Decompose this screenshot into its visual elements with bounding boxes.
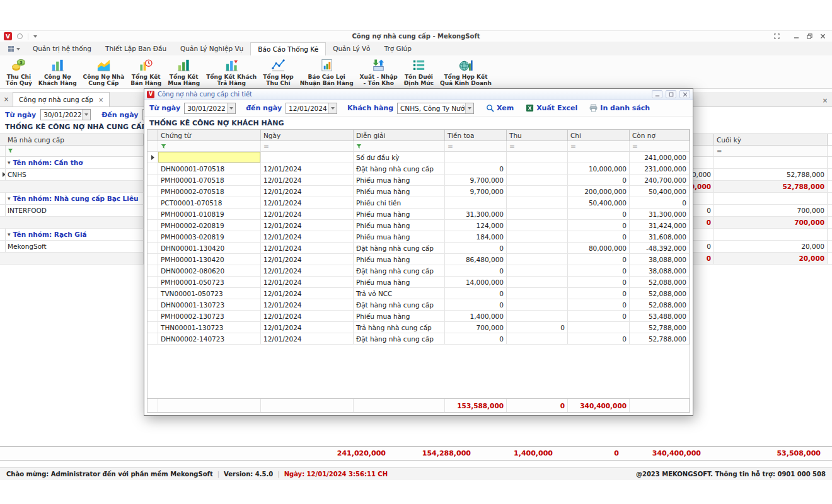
ribbon-tool[interactable]: Tổng KếtMua Hàng xyxy=(165,57,203,86)
ribbon-tab-3[interactable]: Quản Lý Nghiệp Vụ xyxy=(173,42,250,55)
filter-cell-1[interactable] xyxy=(158,141,261,151)
panel-close-button[interactable]: × xyxy=(818,97,832,106)
xem-button[interactable]: Xem xyxy=(486,104,514,112)
filter-eq-cuoi-ky[interactable]: = xyxy=(714,146,828,156)
tu-ngay-label: Từ ngày xyxy=(5,111,36,119)
filter-cell-7[interactable]: = xyxy=(630,141,690,151)
tab-close-icon[interactable]: × xyxy=(98,96,103,103)
column-header-2[interactable]: Ngày xyxy=(261,130,354,140)
cell: DHN00001-070518 xyxy=(158,163,261,174)
dropdown-caret-icon[interactable] xyxy=(328,103,337,113)
column-header-ma-ncc[interactable]: Mã nhà cung cấp xyxy=(5,134,144,145)
quick-access-circle-icon[interactable] xyxy=(17,33,23,39)
table-row[interactable]: DHN00001-13042012/01/2024Đặt hàng nhà cu… xyxy=(147,243,690,254)
filter-cell-2[interactable]: = xyxy=(261,141,354,151)
table-row[interactable]: TVN00001-05072312/01/2024Trả vỏ NCC0052,… xyxy=(147,288,690,299)
totals-cell-3 xyxy=(354,399,445,412)
table-row[interactable]: PMH00001-07051812/01/2024Phiếu mua hàng9… xyxy=(147,175,690,186)
xuat-excel-button[interactable]: Xuất Excel xyxy=(526,104,577,112)
dropdown-caret-icon[interactable] xyxy=(82,110,90,120)
in-danh-sach-button[interactable]: In danh sách xyxy=(589,104,650,112)
cell: 700,000 xyxy=(445,322,507,333)
dialog-tu-ngay-combo[interactable]: 30/01/2022 xyxy=(184,103,236,114)
tab-cong-no-nha-cung-cap[interactable]: Công nợ nhà cung cấp × xyxy=(13,92,110,106)
ribbon-tab-1[interactable]: Quản trị hệ thống xyxy=(26,42,98,55)
tu-ngay-combo[interactable]: 30/01/2022 xyxy=(40,109,91,120)
ribbon-tool[interactable]: Tổng HợpThu Chi xyxy=(260,57,296,86)
cell xyxy=(507,265,568,276)
ribbon-tool[interactable]: Tổng Hợp KếtQuả Kinh Doanh xyxy=(437,57,495,86)
table-row[interactable]: PMH00001-05072312/01/2024Phiếu mua hàng1… xyxy=(147,277,690,288)
ribbon-tab-6[interactable]: Trợ Giúp xyxy=(378,42,419,55)
close-all-tabs-button[interactable]: × xyxy=(0,92,13,106)
dialog-minimize-button[interactable] xyxy=(652,90,662,98)
ribbon-tool[interactable]: Công Nợ NhàCung Cấp xyxy=(80,57,128,86)
column-header-3[interactable]: Diễn giải xyxy=(354,130,445,140)
ribbon-tool[interactable]: Công NợKhách Hàng xyxy=(35,57,80,86)
table-row[interactable]: PCT00001-07051812/01/2024Phiếu chi tiền5… xyxy=(147,197,690,209)
table-row[interactable]: PMH00003-02081912/01/2024Phiếu mua hàng1… xyxy=(147,231,690,243)
ribbon-tool[interactable]: Báo Cáo LợiNhuận Bán Hàng xyxy=(297,57,357,86)
ribbon-tab-2[interactable]: Thiết Lập Ban Đầu xyxy=(98,42,173,55)
cell: PMH00002-130723 xyxy=(158,311,261,321)
filter-cell-5[interactable]: = xyxy=(507,141,568,151)
table-row[interactable]: PMH00001-13042012/01/2024Phiếu mua hàng8… xyxy=(147,254,690,265)
minimize-button[interactable] xyxy=(790,32,802,41)
dropdown-caret-icon[interactable] xyxy=(465,103,473,113)
column-header-5[interactable]: Thu xyxy=(507,130,568,140)
quick-access-caret-icon[interactable] xyxy=(33,35,37,38)
ribbon-toolbar: $Thu ChiTồn QuỹCông NợKhách HàngCông Nợ … xyxy=(0,55,832,89)
column-header-6[interactable]: Chi xyxy=(568,130,630,140)
table-row[interactable]: DHN00002-14072312/01/2024Đặt hàng nhà cu… xyxy=(147,333,690,345)
ribbon-tool[interactable]: Xuất - Nhập- Tồn Kho xyxy=(357,57,401,86)
cell: 31,300,000 xyxy=(445,209,507,219)
globe-chart-icon xyxy=(458,58,473,72)
cell: 9,700,000 xyxy=(445,186,507,197)
close-button[interactable] xyxy=(817,32,828,41)
column-header-1[interactable]: Chứng từ xyxy=(158,130,261,140)
filter-cell-3[interactable] xyxy=(354,141,445,151)
table-row[interactable]: PMH00002-02081912/01/2024Phiếu mua hàng1… xyxy=(147,220,690,231)
cuoi-ky-cell xyxy=(714,229,828,240)
dropdown-caret-icon[interactable] xyxy=(227,103,235,113)
expander-icon[interactable]: ▾ xyxy=(8,159,11,166)
table-row[interactable]: DHN00001-13072312/01/2024Đặt hàng nhà cu… xyxy=(147,299,690,311)
khach-hang-combo[interactable]: CNHS, Công Ty Nước ... xyxy=(397,103,474,114)
table-row[interactable]: THN00001-13072312/01/2024Trả hàng nhà cu… xyxy=(147,322,690,333)
ribbon-menu-button[interactable] xyxy=(3,42,26,55)
ribbon-tool[interactable]: Tổng KếtBán Hàng xyxy=(127,57,165,86)
column-header-7[interactable]: Còn nợ xyxy=(630,130,690,140)
table-row[interactable]: PMH00002-07051812/01/2024Phiếu mua hàng9… xyxy=(147,186,690,197)
filter-cell-4[interactable]: = xyxy=(445,141,507,151)
dialog-close-button[interactable] xyxy=(679,90,690,98)
tool-label: Công Nợ NhàCung Cấp xyxy=(83,74,125,86)
cell: 0 xyxy=(445,299,507,310)
restore-button[interactable] xyxy=(804,32,815,41)
cell: PMH00002-020819 xyxy=(158,220,261,231)
table-row[interactable]: PMH00002-13072312/01/2024Phiếu mua hàng1… xyxy=(147,311,690,322)
cell: PCT00001-070518 xyxy=(158,197,261,208)
table-row[interactable]: PMH00001-01081912/01/2024Phiếu mua hàng3… xyxy=(147,209,690,220)
cell: DHN00002-140723 xyxy=(158,333,261,344)
dialog-titlebar[interactable]: V Công nợ nhà cung cấp chi tiết xyxy=(144,89,693,100)
filter-funnel-icon[interactable] xyxy=(8,148,13,154)
totals-cell-6: 340,400,000 xyxy=(568,399,630,412)
summary-value-1: 241,020,000 xyxy=(0,449,391,457)
titlebar: V Công nợ nhà cung cấp - MekongSoft xyxy=(0,30,832,42)
filter-cell-6[interactable]: = xyxy=(568,141,630,151)
table-row[interactable]: Số dư đầu kỳ241,000,000 xyxy=(147,152,690,163)
ribbon-tool[interactable]: Tồn DướiĐịnh Mức xyxy=(401,57,437,86)
dialog-maximize-button[interactable] xyxy=(666,90,676,98)
expander-icon[interactable]: ▾ xyxy=(8,231,11,238)
fullscreen-button[interactable] xyxy=(771,32,782,41)
ribbon-tool[interactable]: Tổng Kết KháchTrả Hàng xyxy=(203,57,260,86)
ribbon-tool[interactable]: $Thu ChiTồn Quỹ xyxy=(3,57,35,86)
column-header-cuoi-ky[interactable]: Cuối kỳ xyxy=(714,134,828,145)
table-row[interactable]: DHN00002-08062012/01/2024Đặt hàng nhà cu… xyxy=(147,265,690,277)
table-row[interactable]: DHN00001-07051812/01/2024Đặt hàng nhà cu… xyxy=(147,163,690,175)
dialog-den-ngay-combo[interactable]: 12/01/2024 xyxy=(286,103,337,114)
ribbon-tab-4[interactable]: Báo Cáo Thống Kê xyxy=(250,42,326,55)
expander-icon[interactable]: ▾ xyxy=(8,195,11,202)
column-header-4[interactable]: Tiền toa xyxy=(445,130,507,140)
ribbon-tab-5[interactable]: Quản Lý Vỏ xyxy=(326,42,377,55)
